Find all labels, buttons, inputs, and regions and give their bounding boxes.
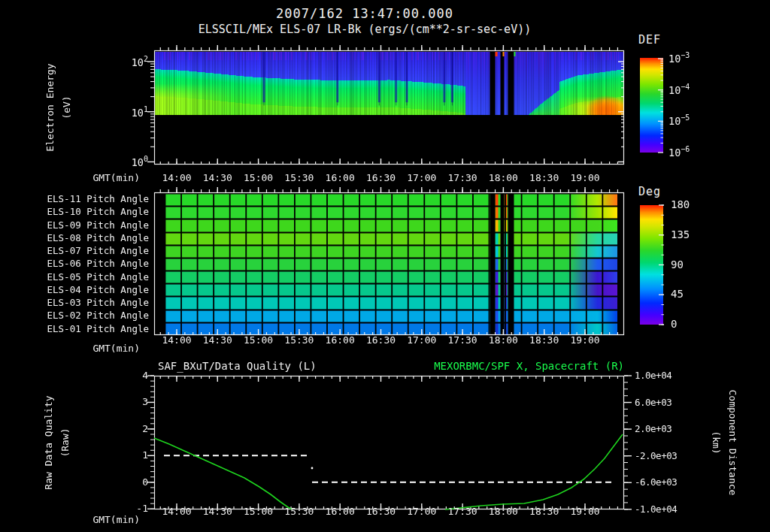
p3-right-tick-label: -1.0e+04: [635, 503, 690, 515]
deg-colorbar-title: Deg: [638, 185, 661, 198]
energy-tick-label: 101: [114, 105, 148, 119]
p3-right-tick-label: 6.0e+03: [635, 397, 690, 408]
pitch-row-label: ELS-08 Pitch Angle: [21, 231, 149, 244]
deg-colorbar: [640, 205, 663, 325]
p3-right-tick-label: 2.0e+03: [635, 423, 690, 434]
def-tick-label: 10−3: [668, 51, 706, 65]
energy-axis-unit: (eV): [61, 25, 72, 190]
energy-spectrogram: [155, 52, 623, 115]
pitch-row-label: ELS-09 Pitch Angle: [21, 219, 149, 231]
pitch-row-label: ELS-01 Pitch Angle: [21, 322, 149, 335]
p3-right-tick-label: -2.0e+03: [635, 450, 690, 461]
pitch-row-label: ELS-11 Pitch Angle: [21, 192, 149, 205]
gmt-axis-label-3: GMT(min): [75, 514, 140, 525]
quality-axis-label: Raw Data Quality: [43, 360, 54, 525]
plot-instrument-title: ELSSCIL/MEx ELS-07 LR-Bk (ergs/(cm**2-sr…: [102, 23, 628, 36]
spacecraft-series-title: MEXORBMC/SPF X, Spacecraft (R): [323, 360, 624, 372]
def-tick-label: 10−4: [668, 83, 706, 96]
x-tick-label-p3: 19:00: [561, 506, 609, 517]
spacecraft-x-curve: [154, 434, 623, 509]
quality-axis-unit: (Raw): [59, 360, 71, 525]
gmt-axis-label-2: GMT(min): [75, 343, 140, 354]
x-tick-label-p1: 19:00: [561, 172, 609, 183]
p3-right-tick-label: -6.0e+03: [635, 476, 690, 488]
energy-tick-label: 102: [114, 55, 148, 68]
pitch-row-label: ELS-06 Pitch Angle: [21, 257, 149, 270]
pitch-row-labels: ELS-11 Pitch AngleELS-10 Pitch AngleELS-…: [21, 192, 149, 335]
x-tick-label-p2: 19:00: [561, 334, 609, 346]
def-tick-label: 10−6: [668, 145, 706, 159]
def-colorbar-title: DEF: [638, 33, 661, 47]
pitch-row-label: ELS-10 Pitch Angle: [21, 205, 149, 218]
p3-left-tick-label: -1: [113, 503, 148, 514]
deg-tick-label: 90: [671, 258, 708, 271]
deg-tick-label: 135: [671, 228, 708, 240]
data-quality-dot: [311, 467, 314, 470]
energy-axis-label: Electron Energy: [44, 25, 56, 190]
def-colorbar: [640, 58, 663, 153]
timeseries-panel-frame: [155, 376, 624, 509]
p3-left-tick-label: 0: [113, 476, 148, 488]
pitch-row-label: ELS-04 Pitch Angle: [21, 283, 149, 296]
plot-header: 2007/162 13:47:00.000 ELSSCIL/MEx ELS-07…: [102, 6, 628, 36]
deg-tick-label: 180: [671, 198, 708, 210]
plot-timestamp-title: 2007/162 13:47:00.000: [102, 6, 628, 21]
p3-left-tick-label: 1: [113, 449, 148, 461]
p3-left-tick-label: 2: [113, 423, 148, 434]
deg-tick-label: 45: [671, 288, 708, 300]
pitch-row-label: ELS-02 Pitch Angle: [21, 309, 149, 322]
energy-tick-label: 100: [114, 155, 148, 168]
distance-axis-unit: (km): [711, 360, 722, 525]
p3-left-tick-label: 3: [113, 396, 148, 407]
pitch-row-label: ELS-05 Pitch Angle: [21, 271, 149, 283]
quality-series-title: SAF_BXuT/Data Quality (L): [158, 360, 317, 372]
pitch-angle-spectrogram: [155, 193, 623, 335]
deg-tick-label: 0: [671, 318, 708, 330]
pitch-row-label: ELS-07 Pitch Angle: [21, 244, 149, 257]
distance-axis-label: Component Distance: [727, 360, 738, 525]
p3-right-tick-label: 1.0e+04: [635, 370, 690, 381]
gmt-axis-label-1: GMT(min): [75, 172, 140, 183]
def-tick-label: 10−5: [668, 113, 706, 127]
pitch-row-label: ELS-03 Pitch Angle: [21, 296, 149, 309]
p3-left-tick-label: 4: [113, 370, 148, 381]
els-quicklook-window: 2007/162 13:47:00.000 ELSSCIL/MEx ELS-07…: [0, 0, 770, 532]
